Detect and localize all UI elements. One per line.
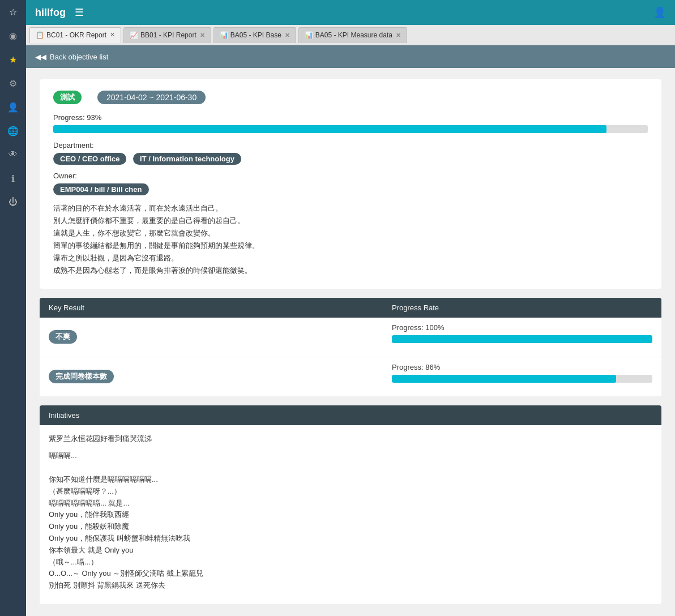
kr-header-rate: Progress Rate <box>392 303 652 312</box>
tabs-bar: 📋 BC01 - OKR Report ✕ 📈 BB01 - KPI Repor… <box>26 25 675 45</box>
kr-progress-bar-bg-1 <box>392 335 652 343</box>
user-icon[interactable]: 👤 <box>653 6 666 19</box>
sidebar-item-dashboard[interactable]: ◉ <box>0 24 26 48</box>
kr-progress-label-2: Progress: 86% <box>392 363 652 371</box>
sidebar-item-network[interactable]: 🌐 <box>0 119 26 143</box>
main-area: hillfog ☰ 👤 📋 BC01 - OKR Report ✕ 📈 BB01… <box>26 0 675 616</box>
objective-tag: 測試 <box>53 91 82 104</box>
tab-close-2[interactable]: ✕ <box>200 32 205 39</box>
initiatives-header: Initiatives <box>40 405 661 425</box>
initiative-item-2: 嗝嗝嗝... 你知不知道什麼是嗝嗝嗝嗝嗝嗝... （甚麼嗝嗝嗝呀？...） 嗝嗝… <box>49 450 652 592</box>
objective-header: 測試 2021-04-02 ~ 2021-06-30 <box>53 91 648 104</box>
department-label: Department: <box>53 141 648 149</box>
hamburger-icon[interactable]: ☰ <box>75 6 84 19</box>
tab-ba05-kpi-base[interactable]: 📊 BA05 - KPI Base ✕ <box>213 27 296 43</box>
objective-progress-bar-bg <box>53 125 648 133</box>
tab-icon-4: 📊 <box>305 31 313 39</box>
sidebar-item-settings[interactable]: ⚙ <box>0 71 26 95</box>
kr-row-1: 不爽 Progress: 100% <box>40 318 661 357</box>
key-results-table: Key Result Progress Rate 不爽 Progress: 10… <box>40 298 661 396</box>
back-objective-list-button[interactable]: ◀◀ Back objective list <box>35 53 108 61</box>
kr-progress-label-1: Progress: 100% <box>392 323 652 332</box>
tab-icon-3: 📊 <box>220 31 228 39</box>
back-label: Back objective list <box>50 53 108 61</box>
kr-tag-1: 不爽 <box>49 330 77 344</box>
tab-label-1: BC01 - OKR Report <box>46 31 106 39</box>
kr-tag-2: 完成問卷樣本數 <box>49 370 114 383</box>
objective-progress-label: Progress: 93% <box>53 113 648 122</box>
kr-table-header: Key Result Progress Rate <box>40 298 661 318</box>
sidebar-item-info[interactable]: ℹ <box>0 166 26 190</box>
kr-progress-2: Progress: 86% <box>392 363 652 391</box>
sidebar-item-view[interactable]: 👁 <box>0 143 26 166</box>
dept-tag-1: CEO / CEO office <box>53 153 126 165</box>
tab-icon-2: 📈 <box>130 31 138 39</box>
initiatives-body: 紫罗兰永恒花园好看到痛哭流涕 嗝嗝嗝... 你知不知道什麼是嗝嗝嗝嗝嗝嗝... … <box>40 425 661 604</box>
tab-label-4: BA05 - KPI Measure data <box>315 31 392 39</box>
initiative-item-1: 紫罗兰永恒花园好看到痛哭流涕 <box>49 433 652 445</box>
kr-progress-1: Progress: 100% <box>392 323 652 351</box>
back-bar: ◀◀ Back objective list <box>26 45 675 68</box>
sidebar-item-favorites[interactable]: ☆ <box>0 0 26 24</box>
objective-date-range: 2021-04-02 ~ 2021-06-30 <box>97 91 206 104</box>
tab-close-1[interactable]: ✕ <box>110 31 115 38</box>
tab-close-4[interactable]: ✕ <box>396 32 401 39</box>
tab-close-3[interactable]: ✕ <box>285 32 290 39</box>
tab-icon-1: 📋 <box>36 31 44 39</box>
department-tags: CEO / CEO office IT / Information techno… <box>53 153 648 165</box>
kr-header-name: Key Result <box>49 303 392 312</box>
kr-progress-bar-bg-2 <box>392 375 652 383</box>
tab-label-2: BB01 - KPI Report <box>140 31 196 39</box>
tab-bc01-okr-report[interactable]: 📋 BC01 - OKR Report ✕ <box>29 27 121 43</box>
owner-label: Owner: <box>53 172 648 180</box>
sidebar-item-power[interactable]: ⏻ <box>0 190 26 214</box>
topbar: hillfog ☰ 👤 <box>26 0 675 25</box>
initiatives-card: Initiatives 紫罗兰永恒花园好看到痛哭流涕 嗝嗝嗝... 你知不知道什… <box>40 405 661 604</box>
sidebar-item-objectives[interactable]: ★ <box>0 48 26 71</box>
kr-progress-bar-fill-1 <box>392 335 652 343</box>
owner-tags: EMP004 / bill / Bill chen <box>53 183 648 195</box>
sidebar-item-profile[interactable]: 👤 <box>0 95 26 119</box>
content-area: 測試 2021-04-02 ~ 2021-06-30 Progress: 93%… <box>26 68 675 616</box>
kr-progress-bar-fill-2 <box>392 375 616 383</box>
objective-description: 活著的目的不在於永遠活著，而在於永遠活出自己。 別人怎麼評價你都不重要，最重要的… <box>53 202 648 277</box>
dept-tag-2: IT / Information technology <box>133 153 241 165</box>
sidebar: ☆ ◉ ★ ⚙ 👤 🌐 👁 ℹ ⏻ <box>0 0 26 616</box>
objective-progress-bar-fill <box>53 125 606 133</box>
kr-row-2: 完成問卷樣本數 Progress: 86% <box>40 357 661 396</box>
app-logo: hillfog <box>35 7 66 19</box>
back-icon: ◀◀ <box>35 53 46 61</box>
tab-label-3: BA05 - KPI Base <box>230 31 281 39</box>
owner-tag-1: EMP004 / bill / Bill chen <box>53 183 149 195</box>
tab-bb01-kpi-report[interactable]: 📈 BB01 - KPI Report ✕ <box>123 27 211 43</box>
kr-name-1: 不爽 <box>49 330 392 344</box>
objective-card: 測試 2021-04-02 ~ 2021-06-30 Progress: 93%… <box>40 79 661 289</box>
kr-name-2: 完成問卷樣本數 <box>49 370 392 383</box>
tab-ba05-kpi-measure[interactable]: 📊 BA05 - KPI Measure data ✕ <box>298 27 407 43</box>
